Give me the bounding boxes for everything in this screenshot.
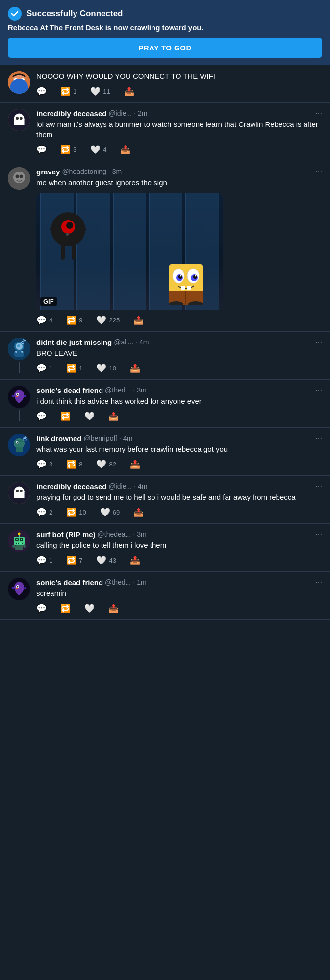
- tweet-time: 4m: [139, 338, 149, 346]
- like-action[interactable]: 🤍: [84, 603, 95, 613]
- tweet-right: incredibly deceased @idie... · 4m ··· pr…: [36, 482, 322, 517]
- tweet-handle: @thed...: [105, 386, 131, 394]
- share-action[interactable]: 📤: [124, 86, 134, 97]
- retweet-action[interactable]: 🔁 1: [60, 86, 76, 97]
- reply-action[interactable]: 💬 1: [36, 363, 52, 373]
- reply-action[interactable]: 💬: [36, 411, 47, 421]
- sonic-dead-svg: [8, 386, 30, 408]
- tweet-right: link drowned @benripoff · 4m ··· what wa…: [36, 434, 322, 469]
- reply-action[interactable]: 💬 1: [36, 555, 52, 565]
- pray-button[interactable]: PRAY TO GOD: [8, 38, 322, 58]
- more-icon[interactable]: ···: [316, 338, 322, 346]
- tweet-luffy: NOOOO WHY WOULD YOU CONNECT TO THE WIFI …: [0, 65, 330, 103]
- tweet-actions: 💬 🔁 🤍 📤: [36, 603, 322, 613]
- tweet-time: 3m: [112, 168, 122, 175]
- tweet-actions: 💬 2 🔁 10 🤍 69 📤: [36, 507, 322, 517]
- like-action[interactable]: 🤍 69: [100, 507, 120, 517]
- like-action[interactable]: 🤍 225: [96, 315, 120, 325]
- retweet-action[interactable]: 🔁: [60, 603, 71, 613]
- svg-point-19: [66, 233, 69, 236]
- tweet-meta: link drowned @benripoff · 4m: [36, 434, 132, 442]
- retweet-action[interactable]: 🔁 1: [66, 363, 82, 373]
- more-icon[interactable]: ···: [316, 434, 322, 442]
- retweet-action[interactable]: 🔁 8: [66, 459, 82, 469]
- svg-point-43: [17, 344, 20, 347]
- plankton-figure-svg: [49, 205, 88, 269]
- svg-rect-76: [19, 543, 22, 544]
- share-action[interactable]: 📤: [120, 145, 130, 155]
- tweet-meta: didnt die just missing @ali... · 4m: [36, 338, 149, 346]
- more-icon[interactable]: ···: [316, 530, 322, 539]
- avatar-ghost: [8, 109, 30, 131]
- tweet-meta: incredibly deceased @idie... · 2m: [36, 109, 147, 118]
- retweet-icon: 🔁: [66, 555, 76, 565]
- tweet-left: [8, 386, 30, 421]
- like-action[interactable]: 🤍 43: [96, 555, 116, 565]
- share-icon: 📤: [108, 411, 119, 421]
- retweet-icon: 🔁: [60, 86, 71, 97]
- spongebob-svg: [164, 251, 208, 305]
- like-action[interactable]: 🤍: [84, 411, 95, 421]
- like-icon: 🤍: [96, 555, 106, 565]
- share-icon: 📤: [130, 363, 140, 373]
- share-action[interactable]: 📤: [130, 363, 140, 373]
- avatar-diver: [8, 338, 30, 360]
- tweet-header: sonic's dead friend @thed... · 3m ···: [36, 386, 322, 394]
- tweet-text: what was your last memory before crawlin…: [36, 444, 322, 454]
- tweet-right: sonic's dead friend @thed... · 3m ··· i …: [36, 386, 322, 421]
- like-action[interactable]: 🤍 82: [96, 459, 116, 469]
- retweet-icon: 🔁: [66, 363, 76, 373]
- tweet-left: [8, 167, 30, 325]
- share-action[interactable]: 📤: [133, 315, 144, 325]
- reply-action[interactable]: 💬: [36, 86, 47, 97]
- more-icon[interactable]: ···: [316, 482, 322, 490]
- share-action[interactable]: 📤: [108, 411, 119, 421]
- avatar-sonic-dead-1: [8, 386, 30, 408]
- reply-action[interactable]: 💬 2: [36, 507, 52, 517]
- more-icon[interactable]: ···: [316, 167, 322, 176]
- reply-action[interactable]: 💬 4: [36, 315, 52, 325]
- like-action[interactable]: 🤍 4: [90, 145, 106, 155]
- svg-point-81: [23, 545, 26, 548]
- reply-action[interactable]: 💬: [36, 145, 47, 155]
- avatar-ghost-2: [8, 482, 30, 504]
- svg-rect-79: [15, 545, 23, 550]
- reply-count: 3: [49, 461, 52, 468]
- like-icon: 🤍: [100, 507, 110, 517]
- svg-rect-73: [21, 539, 22, 540]
- more-icon[interactable]: ···: [316, 109, 322, 118]
- retweet-action[interactable]: 🔁 3: [60, 145, 76, 155]
- like-count: 82: [109, 461, 116, 468]
- banner-header: Successfully Connected: [8, 7, 322, 21]
- share-action[interactable]: 📤: [133, 507, 144, 517]
- reply-icon: 💬: [36, 603, 47, 613]
- tweet-left: [8, 109, 30, 155]
- like-action[interactable]: 🤍 10: [96, 363, 116, 373]
- retweet-action[interactable]: 🔁 9: [66, 315, 82, 325]
- reply-icon: 💬: [36, 459, 47, 469]
- retweet-action[interactable]: 🔁 7: [66, 555, 82, 565]
- like-icon: 🤍: [84, 411, 95, 421]
- reply-icon: 💬: [36, 145, 47, 155]
- tweet-meta: sonic's dead friend @thed... · 1m: [36, 578, 147, 587]
- reply-icon: 💬: [36, 411, 47, 421]
- svg-point-15: [20, 175, 23, 178]
- retweet-icon: 🔁: [66, 315, 76, 325]
- tweet-left: [8, 338, 30, 373]
- like-action[interactable]: 🤍 11: [90, 86, 110, 97]
- share-action[interactable]: 📤: [130, 459, 140, 469]
- share-action[interactable]: 📤: [108, 603, 119, 613]
- reply-action[interactable]: 💬: [36, 603, 47, 613]
- more-icon[interactable]: ···: [316, 578, 322, 587]
- avatar-sonic-dead-2: [8, 578, 30, 600]
- banner-title: Successfully Connected: [26, 9, 123, 19]
- tweet-meta: sonic's dead friend @thed... · 3m: [36, 386, 147, 394]
- more-icon[interactable]: ···: [316, 386, 322, 394]
- reply-action[interactable]: 💬 3: [36, 459, 52, 469]
- share-action[interactable]: 📤: [130, 555, 140, 565]
- tweet-gif-image[interactable]: GIF: [36, 193, 223, 310]
- retweet-action[interactable]: 🔁: [60, 411, 71, 421]
- svg-point-14: [16, 175, 19, 178]
- like-icon: 🤍: [84, 603, 95, 613]
- retweet-action[interactable]: 🔁 10: [66, 507, 86, 517]
